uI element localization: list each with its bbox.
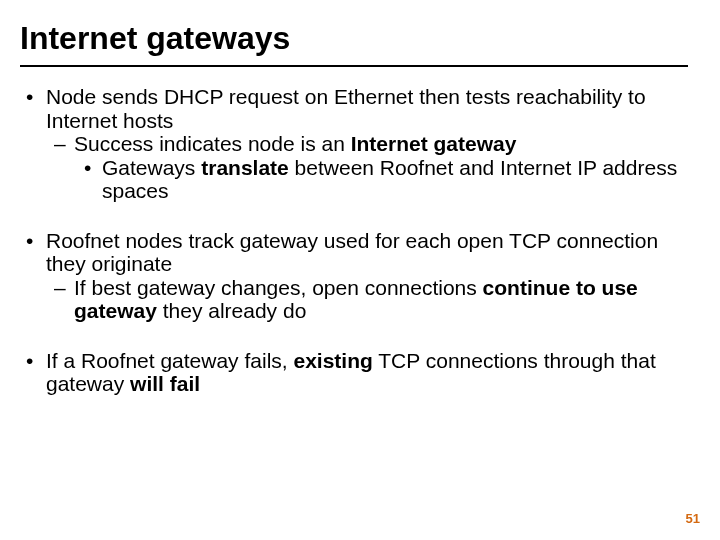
bullet-2-text: Roofnet nodes track gateway used for eac… xyxy=(46,229,658,276)
slide-title: Internet gateways xyxy=(20,20,688,61)
b3-p1: If a Roofnet gateway fails, xyxy=(46,349,293,372)
b1s2-p1: Gateways xyxy=(102,156,201,179)
title-rule xyxy=(20,65,688,67)
slide-body: Node sends DHCP request on Ethernet then… xyxy=(20,85,688,396)
bullet-list: Node sends DHCP request on Ethernet then… xyxy=(20,85,688,396)
bullet-2: Roofnet nodes track gateway used for eac… xyxy=(20,229,688,323)
page-number: 51 xyxy=(686,511,700,526)
b1s1-prefix: Success indicates node is an xyxy=(74,132,351,155)
bullet-1-sub: Success indicates node is an Internet ga… xyxy=(46,132,688,203)
b2s1-p1: If best gateway changes, open connection… xyxy=(74,276,483,299)
b2s1-p2: they already do xyxy=(157,299,306,322)
bullet-1-text: Node sends DHCP request on Ethernet then… xyxy=(46,85,646,132)
slide: Internet gateways Node sends DHCP reques… xyxy=(0,0,720,540)
bullet-2-sub-1: If best gateway changes, open connection… xyxy=(46,276,688,323)
bullet-2-sub: If best gateway changes, open connection… xyxy=(46,276,688,323)
b3-b1: existing xyxy=(293,349,372,372)
b1s1-bold: Internet gateway xyxy=(351,132,517,155)
bullet-1-sub-2: Gateways translate between Roofnet and I… xyxy=(74,156,688,203)
bullet-1: Node sends DHCP request on Ethernet then… xyxy=(20,85,688,203)
b1s2-b1: translate xyxy=(201,156,289,179)
bullet-1-sub-2-list: Gateways translate between Roofnet and I… xyxy=(74,156,688,203)
b3-b2: will fail xyxy=(130,372,200,395)
bullet-3: If a Roofnet gateway fails, existing TCP… xyxy=(20,349,688,396)
bullet-1-sub-1: Success indicates node is an Internet ga… xyxy=(46,132,688,203)
